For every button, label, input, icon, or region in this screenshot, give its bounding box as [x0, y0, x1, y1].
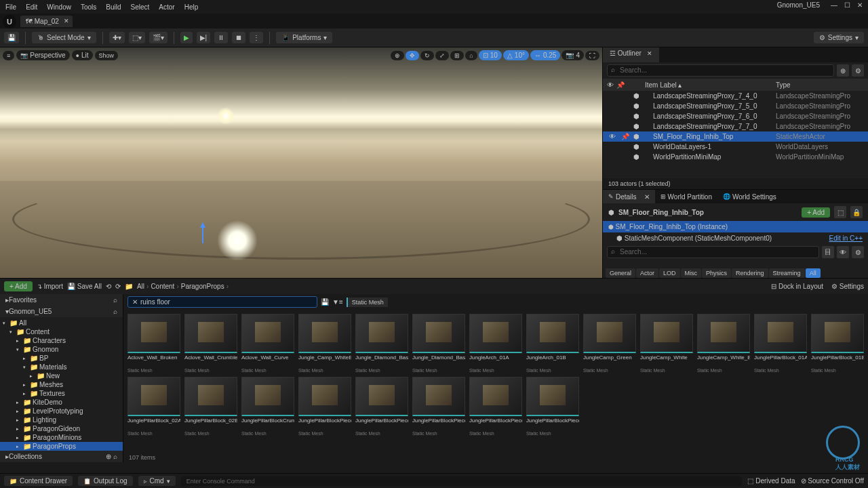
tree-node[interactable]: ▸📁Characters	[0, 336, 123, 345]
dock-button[interactable]: ⊟ Dock in Layout	[771, 283, 823, 290]
tab-details[interactable]: ✎ Details✕	[603, 190, 655, 203]
tree-node[interactable]: ▸📁LevelPrototyping	[0, 407, 123, 415]
cmd-button[interactable]: ▹ Cmd ▾	[138, 476, 176, 486]
tab-outliner[interactable]: ☲ Outliner✕	[603, 47, 659, 62]
vp-grid-snap[interactable]: ⊡ 10	[479, 50, 502, 60]
viewport-3d[interactable]: ≡ 📷 Perspective ● Lit Show ⊕ ✥ ↻ ⤢ ⊞ ⌂ ⊡…	[0, 47, 602, 278]
menu-file[interactable]: File	[5, 3, 16, 11]
eye-icon[interactable]: 👁	[607, 81, 614, 89]
history-back-icon[interactable]: ⟲	[106, 283, 111, 290]
source-control-button[interactable]: ⊘ Source Control Off	[801, 477, 864, 485]
history-fwd-icon[interactable]: ⟳	[115, 283, 121, 290]
category-lod[interactable]: LOD	[659, 268, 680, 278]
search-icon[interactable]: ⌕	[113, 308, 117, 315]
menu-actor[interactable]: Actor	[159, 3, 174, 11]
pin-icon[interactable]: 📌	[616, 81, 625, 89]
vp-angle-snap[interactable]: △ 10°	[503, 50, 529, 60]
filter-add-icon[interactable]: ⊕	[837, 64, 849, 77]
save-button[interactable]: 💾	[4, 32, 19, 43]
viewport-menu[interactable]: ≡	[3, 51, 14, 60]
asset-thumbnail[interactable]: Jungle_Diamond_Base_DecoStatic Mesh	[355, 314, 408, 373]
select-mode-dropdown[interactable]: 🖱 Select Mode ▾	[32, 32, 96, 43]
filter-icon[interactable]: ▼≡	[332, 298, 343, 306]
asset-thumbnail[interactable]: JunglePillarBlockPiece_01AStatic Mesh	[298, 377, 351, 436]
favorites-section[interactable]: ▸ Favorites⌕	[0, 294, 123, 306]
asset-thumbnail[interactable]: Aclove_Wall_CrumbleStatic Mesh	[184, 314, 237, 373]
menu-select[interactable]: Select	[131, 3, 150, 11]
output-log-button[interactable]: 📋 Output Log	[78, 476, 132, 486]
add-content-button[interactable]: ✚▾	[109, 32, 125, 43]
window-close[interactable]: ✕	[857, 1, 863, 9]
category-all[interactable]: All	[806, 268, 821, 278]
menu-tools[interactable]: Tools	[81, 3, 96, 11]
clear-icon[interactable]: ✕	[132, 298, 138, 306]
filter-tag-static-mesh[interactable]: Static Mesh	[347, 298, 388, 307]
vp-rotate-icon[interactable]: ↻	[420, 51, 434, 60]
add-button[interactable]: + Add	[4, 281, 33, 291]
category-rendering[interactable]: Rendering	[732, 268, 768, 278]
tree-node[interactable]: ▾📁Content	[0, 327, 123, 336]
asset-thumbnail[interactable]: JunglePillarBlockPiece_02BStatic Mesh	[526, 377, 579, 436]
asset-thumbnail[interactable]: JungleArch_01BStatic Mesh	[526, 314, 579, 373]
settings-button[interactable]: ⚙ Settings ▾	[814, 32, 864, 43]
settings-icon[interactable]: ⚙	[852, 246, 864, 258]
component-mesh[interactable]: ⬢ StaticMeshComponent (StaticMeshCompone…	[603, 232, 868, 244]
console-input[interactable]: Enter Console Command	[181, 476, 743, 486]
col-type[interactable]: Type	[776, 81, 864, 89]
blueprints-button[interactable]: 🎬▾	[149, 32, 167, 43]
transform-gizmo[interactable]	[193, 223, 213, 250]
import-button[interactable]: ↴ Import	[37, 283, 63, 290]
window-min[interactable]: —	[831, 1, 837, 9]
asset-thumbnail[interactable]: Aclove_Wall_BrokenStatic Mesh	[127, 314, 180, 373]
asset-thumbnail[interactable]: JungleArch_01AStatic Mesh	[469, 314, 522, 373]
details-search[interactable]: Search...	[607, 246, 819, 258]
asset-thumbnail[interactable]: JunglePillarBlock_02BStatic Mesh	[184, 377, 237, 436]
component-root[interactable]: ⬢ SM_Floor_Ring_Inhib_Top (Instance)	[603, 221, 868, 232]
viewport-perspective[interactable]: 📷 Perspective	[16, 50, 69, 60]
tree-node[interactable]: ▾📁Gnomon	[0, 345, 123, 354]
asset-thumbnail[interactable]: JunglePillarBlockPiece_01BStatic Mesh	[355, 377, 408, 436]
menu-edit[interactable]: Edit	[26, 3, 37, 11]
tree-node[interactable]: ▸📁Meshes	[0, 380, 123, 389]
asset-thumbnail[interactable]: JungleCamp_WhiteStatic Mesh	[640, 314, 693, 373]
play-button[interactable]: ▶	[180, 32, 193, 43]
platforms-dropdown[interactable]: 📱 Platforms ▾	[276, 32, 332, 43]
edit-cpp-link[interactable]: Edit in C++	[829, 235, 863, 242]
crumb[interactable]: Content	[151, 283, 174, 290]
category-actor[interactable]: Actor	[636, 268, 658, 278]
category-streaming[interactable]: Streaming	[769, 268, 805, 278]
cb-settings-button[interactable]: ⚙ Settings	[831, 283, 864, 290]
crumb[interactable]: ParagonProps	[181, 283, 224, 290]
outliner-search[interactable]: Search...	[607, 64, 834, 77]
search-icon[interactable]: ⌕	[113, 296, 117, 304]
asset-thumbnail[interactable]: Jungle_Diamond_Base_DecoBStatic Mesh	[412, 314, 465, 373]
stop-button[interactable]: ⏹	[232, 32, 245, 43]
vp-surface-icon[interactable]: ⌂	[465, 51, 477, 60]
marketplace-button[interactable]: ⬚▾	[129, 32, 145, 43]
add-component-button[interactable]: + Add	[802, 207, 830, 218]
tree-node[interactable]: ▸📁ParagonMinions	[0, 433, 123, 442]
asset-thumbnail[interactable]: JunglePillarBlockPiece_01CStatic Mesh	[412, 377, 465, 436]
outliner-row[interactable]: ⬢WorldPartitionMiniMapWorldPartitionMini…	[603, 152, 868, 162]
outliner-row[interactable]: 👁📌⬢SM_Floor_Ring_Inhib_TopStaticMeshActo…	[603, 131, 868, 142]
viewport-show[interactable]: Show	[95, 51, 119, 60]
search-input[interactable]	[140, 298, 313, 306]
asset-thumbnail[interactable]: Jungle_Camp_WhiteBuff_BackStatic Mesh	[298, 314, 351, 373]
viewport-lit[interactable]: ● Lit	[72, 50, 93, 60]
outliner-row[interactable]: ⬢WorldDataLayers-1WorldDataLayers	[603, 142, 868, 152]
tree-node[interactable]: ▸📁BP	[0, 354, 123, 363]
tree-node[interactable]: ▸📁New	[0, 371, 123, 380]
step-button[interactable]: ⏸	[214, 32, 228, 43]
asset-search[interactable]: ✕	[127, 296, 317, 308]
lock-icon[interactable]: 🔒	[850, 206, 863, 218]
tree-node[interactable]: ▸📁ParagonProps	[0, 442, 123, 451]
property-icon[interactable]: 目	[822, 246, 834, 258]
close-icon[interactable]: ✕	[647, 50, 652, 57]
vp-scale-snap[interactable]: ↔ 0.25	[530, 50, 560, 60]
content-drawer-button[interactable]: 📁 Content Drawer	[4, 476, 73, 486]
collections-section[interactable]: ▸ Collections⊕ ⌕	[0, 451, 123, 462]
derived-data-button[interactable]: ⬚ Derived Data	[747, 477, 795, 485]
category-misc[interactable]: Misc	[681, 268, 702, 278]
asset-thumbnail[interactable]: JunglePillarBlockPiece_02AStatic Mesh	[469, 377, 522, 436]
tree-node[interactable]: ▸📁ParagonGideon	[0, 424, 123, 433]
